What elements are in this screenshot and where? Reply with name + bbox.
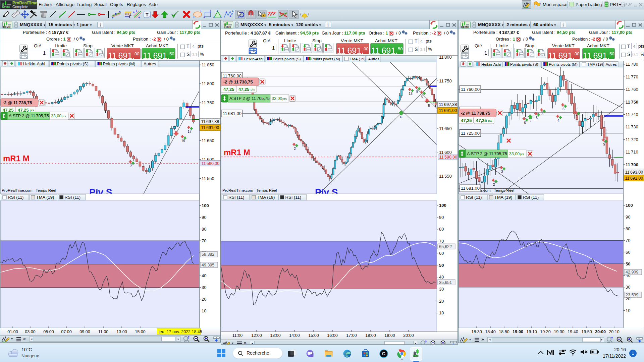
svg-text:11 740: 11 740 — [626, 112, 638, 117]
svg-text:RSI (11): RSI (11) — [466, 195, 482, 200]
svg-text:RSI (11): RSI (11) — [65, 195, 80, 200]
svg-text:19:00: 19:00 — [384, 333, 395, 338]
svg-text:11 691,00: 11 691,00 — [625, 176, 643, 181]
svg-text:pts: pts — [520, 152, 524, 156]
svg-text:RSI (11): RSI (11) — [228, 195, 244, 200]
svg-text:33,00: 33,00 — [509, 152, 520, 156]
svg-text:11 850: 11 850 — [202, 62, 214, 67]
svg-text:14:00: 14:00 — [289, 333, 300, 338]
svg-text:30: 30 — [626, 285, 630, 290]
svg-text:23,599: 23,599 — [626, 293, 638, 297]
svg-text:20:10: 20:10 — [609, 329, 619, 334]
svg-text:40: 40 — [439, 275, 444, 280]
svg-text:+: + — [203, 15, 205, 19]
svg-text:-2 @ 11 738,75: -2 @ 11 738,75 — [3, 100, 32, 105]
svg-text:11 800: 11 800 — [202, 81, 214, 86]
svg-text:11 693,00: 11 693,00 — [625, 170, 643, 175]
svg-text:47,25: 47,25 — [238, 87, 250, 92]
svg-text:4: 4 — [557, 118, 559, 122]
svg-text:+: + — [138, 16, 140, 19]
svg-text:100: 100 — [439, 203, 446, 208]
svg-text:pts: pts — [62, 114, 66, 118]
svg-text:40: 40 — [202, 273, 206, 278]
svg-text:+: + — [213, 15, 215, 19]
svg-text:+: + — [133, 10, 135, 14]
svg-text:11 590,00: 11 590,00 — [439, 155, 458, 160]
svg-text:RSI (11): RSI (11) — [523, 195, 539, 200]
svg-text:50: 50 — [439, 263, 444, 268]
svg-text:3: 3 — [541, 112, 543, 116]
svg-text:11 590,00: 11 590,00 — [202, 161, 220, 166]
svg-text:DEMO: DEMO — [3, 25, 11, 28]
svg-text:DEMO: DEMO — [413, 355, 419, 357]
svg-text:2: 2 — [130, 164, 132, 168]
svg-text:11 760: 11 760 — [626, 87, 638, 92]
svg-text:Autres: Autres — [144, 61, 156, 66]
svg-text:Points pivots (M): Points pivots (M) — [311, 57, 340, 61]
svg-text:20: 20 — [202, 297, 206, 302]
svg-text:pts: pts — [488, 119, 492, 122]
svg-text:01:00: 01:00 — [7, 329, 18, 334]
svg-text:Autres: Autres — [606, 62, 617, 66]
svg-text:60: 60 — [439, 251, 444, 256]
svg-text:TMA (19): TMA (19) — [350, 57, 366, 61]
svg-text:6: 6 — [524, 121, 526, 125]
svg-text:19:50: 19:50 — [581, 329, 592, 334]
svg-text:2: 2 — [493, 182, 495, 186]
svg-text:80: 80 — [202, 227, 206, 232]
svg-text:5: 5 — [416, 89, 418, 94]
svg-text:47,25: 47,25 — [461, 118, 472, 123]
svg-text:90: 90 — [202, 215, 206, 220]
svg-text:65,622: 65,622 — [439, 244, 452, 249]
svg-text:90: 90 — [439, 215, 444, 220]
svg-text:11 550: 11 550 — [439, 174, 452, 179]
svg-text:mR1 M: mR1 M — [224, 148, 250, 157]
svg-text:19:20: 19:20 — [540, 329, 550, 334]
svg-text:DEMO: DEMO — [2, 6, 10, 9]
svg-text:11 710: 11 710 — [626, 149, 638, 155]
svg-text:47,25: 47,25 — [3, 108, 14, 113]
svg-text:15:00: 15:00 — [135, 329, 145, 334]
svg-text:+: + — [136, 9, 138, 13]
svg-text:90: 90 — [626, 215, 630, 220]
svg-text:ProRealTime.com - Temps Réel: ProRealTime.com - Temps Réel — [222, 188, 277, 192]
svg-text:18:40: 18:40 — [485, 329, 495, 334]
svg-text:20:00: 20:00 — [595, 329, 606, 334]
svg-text:-2 @ 11 738,75: -2 @ 11 738,75 — [461, 111, 490, 116]
svg-text:100: 100 — [202, 203, 209, 208]
svg-text:19: 19 — [181, 139, 185, 143]
svg-text:Points pivots (M): Points pivots (M) — [549, 62, 578, 66]
svg-text:18:00: 18:00 — [365, 333, 376, 338]
svg-text:pts: pts — [251, 87, 255, 91]
svg-text:17:00: 17:00 — [346, 333, 357, 338]
svg-text:10: 10 — [626, 308, 630, 313]
svg-text:11 691,00: 11 691,00 — [439, 108, 457, 113]
svg-text:11:00: 11:00 — [98, 329, 108, 334]
svg-text:80: 80 — [626, 226, 630, 231]
svg-text:-2 @ 11 738,75: -2 @ 11 738,75 — [223, 79, 253, 84]
svg-text:TMA (19): TMA (19) — [494, 195, 512, 200]
svg-text:6: 6 — [562, 107, 565, 111]
svg-text:11 725,00: 11 725,00 — [461, 131, 480, 136]
svg-text:70: 70 — [439, 239, 444, 244]
svg-text:20:00: 20:00 — [403, 333, 414, 338]
svg-text:Heikin-Ashi: Heikin-Ashi — [481, 62, 501, 66]
svg-text:13: 13 — [409, 92, 413, 96]
svg-text:+: + — [216, 9, 218, 13]
svg-text:11 681,00: 11 681,00 — [461, 186, 480, 191]
svg-text:19:40: 19:40 — [568, 329, 578, 334]
svg-text:100: 100 — [626, 203, 633, 208]
svg-text:33,00: 33,00 — [272, 96, 282, 101]
svg-text:5: 5 — [428, 104, 430, 108]
svg-text:11 750: 11 750 — [439, 78, 452, 83]
svg-text:11 760,00: 11 760,00 — [461, 87, 480, 92]
svg-text:18:30: 18:30 — [471, 329, 482, 334]
svg-text:47,25: 47,25 — [476, 118, 487, 123]
svg-text:11 730: 11 730 — [626, 124, 638, 129]
svg-text:2: 2 — [294, 146, 296, 150]
svg-text:F: F — [129, 15, 131, 19]
svg-text:47,25: 47,25 — [223, 87, 234, 92]
svg-text:+: + — [232, 9, 234, 13]
svg-text:35,651: 35,651 — [439, 280, 452, 285]
svg-text:3: 3 — [536, 116, 538, 120]
